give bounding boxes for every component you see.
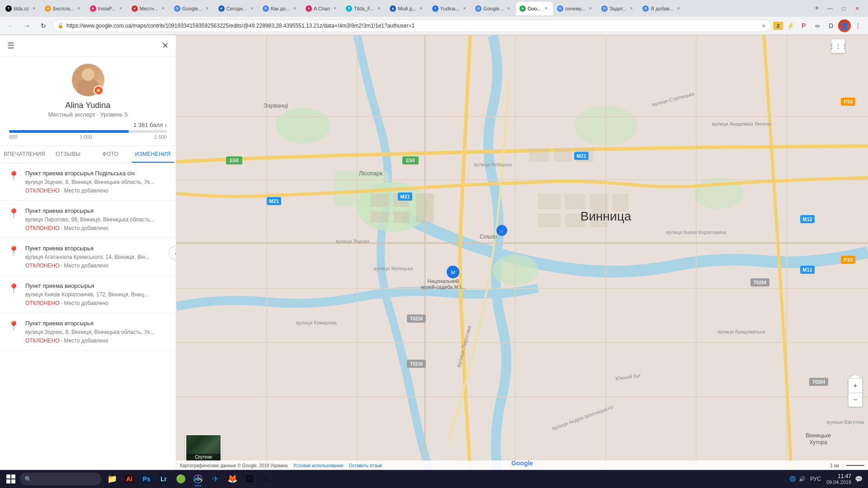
time-display: 11:47	[826, 473, 851, 479]
volume-icon[interactable]: 🔊	[799, 476, 806, 482]
list-item-2[interactable]: 📍 Пункт приема вторсырья вулиця Агатанге…	[0, 238, 176, 276]
tab-label-13: Goo...	[528, 6, 541, 11]
browser-tab-11[interactable]: fYudina...×	[429, 2, 472, 15]
taskbar-photoshop[interactable]: Ps	[138, 471, 155, 487]
tab-close-4[interactable]: ×	[160, 5, 166, 12]
browser-tab-7[interactable]: GКак до...×	[259, 2, 302, 15]
taskbar-lightroom[interactable]: Lr	[156, 471, 172, 487]
new-tab-button[interactable]: +	[811, 2, 823, 15]
zoom-in-button[interactable]: +	[848, 378, 863, 393]
feedback-link[interactable]: Оставить отзыв	[349, 463, 382, 468]
tab-close-13[interactable]: ×	[543, 5, 549, 12]
browser-tab-10[interactable]: ▲Мой д...×	[386, 2, 428, 15]
start-button[interactable]	[3, 471, 19, 487]
taskbar-clock[interactable]: 11:47 09.04.2019	[826, 473, 851, 485]
tab-close-10[interactable]: ×	[418, 5, 425, 12]
tab-close-12[interactable]: ×	[505, 5, 512, 12]
tab-close-9[interactable]: ×	[376, 5, 382, 12]
browser-tab-4[interactable]: ●Местн...×	[128, 2, 170, 15]
notification-icon[interactable]: 💬	[855, 475, 863, 483]
tab-close-1[interactable]: ×	[31, 5, 37, 12]
more-options-icon[interactable]: ⋮	[852, 19, 864, 32]
taskbar-photos[interactable]: 🖼	[241, 471, 258, 487]
svg-rect-0	[176, 35, 868, 470]
terms-link[interactable]: Условия использования	[293, 463, 343, 468]
tab-label-3: InstaP...	[98, 6, 116, 11]
svg-text:🛒: 🛒	[500, 229, 505, 234]
browser-tab-13[interactable]: ●Goo...×	[516, 2, 553, 15]
address-bar[interactable]: 🔒 https://www.google.com.ua/maps/contrib…	[52, 19, 771, 32]
sidebar-tab-photos[interactable]: ФОТО	[90, 146, 132, 163]
taskbar-chrome[interactable]	[190, 471, 206, 487]
apps-grid-button[interactable]: ⋮⋮⋮	[831, 39, 845, 53]
sidebar-tab-impressions[interactable]: ВПЕЧАТЛЕНИЯ	[2, 146, 47, 163]
taskbar-illustrator[interactable]: Ai	[121, 471, 137, 487]
browser-tab-14[interactable]: Gпочему...×	[553, 2, 597, 15]
tab-close-16[interactable]: ×	[675, 5, 682, 12]
close-sidebar-icon[interactable]: ✕	[162, 41, 169, 51]
list-item-status-0: ОТКЛОНЕНО · Место добавлено	[25, 188, 169, 194]
zoom-out-button[interactable]: −	[848, 393, 863, 407]
browser-tab-3[interactable]: ●InstaP...×	[86, 2, 127, 15]
user-avatar[interactable]: 👤	[838, 19, 851, 32]
minimize-button[interactable]: —	[824, 2, 836, 15]
reload-button[interactable]: ↻	[36, 19, 51, 33]
svg-text:вулиця Комарова: вулиця Комарова	[296, 320, 337, 325]
list-item-content-0: Пункт приема вторсырья Подільська січ ву…	[25, 169, 169, 194]
taskbar-telegram[interactable]: ✈	[207, 471, 223, 487]
tab-label-6: Сегодн...	[226, 6, 247, 11]
tab-close-8[interactable]: ×	[332, 5, 338, 12]
tab-favicon-15: G	[601, 5, 608, 12]
tab-close-14[interactable]: ×	[587, 5, 594, 12]
list-item-3[interactable]: 📍 Пункт приема виорсырья вулиця Князів К…	[0, 276, 176, 313]
map-area[interactable]: E50 E50 M21 M21 M21 M12 M12 P33 P33 T020…	[176, 35, 868, 470]
taskbar-steam[interactable]: ♨	[259, 471, 275, 487]
tab-close-11[interactable]: ×	[461, 5, 467, 12]
close-button[interactable]: ✕	[851, 2, 863, 15]
taskbar-explorer[interactable]: 📁	[104, 471, 120, 487]
svg-text:вулиця Князя Коріатовича: вулиця Князя Коріатовича	[666, 230, 726, 235]
svg-text:вулиця Академіка Янгеля: вулиця Академіка Янгеля	[712, 121, 771, 127]
svg-text:Сільпо: Сільпо	[480, 234, 497, 240]
browser-tab-15[interactable]: GЗадат...×	[598, 2, 638, 15]
menu-icon[interactable]: ☰	[7, 41, 14, 51]
satellite-label: Спутник	[186, 454, 221, 460]
language-indicator[interactable]: РУС	[808, 475, 823, 483]
browser-tab-6[interactable]: ●Сегодн...×	[215, 2, 259, 15]
browser-tab-5[interactable]: GGoogle...×	[170, 2, 214, 15]
tab-close-15[interactable]: ×	[628, 5, 635, 12]
tab-close-7[interactable]: ×	[292, 5, 298, 12]
forward-button[interactable]: →	[20, 19, 34, 33]
progress-bar-fill	[9, 130, 129, 133]
svg-rect-26	[565, 193, 585, 209]
location-icon-3: 📍	[7, 282, 20, 295]
browser-tab-12[interactable]: GGoogle...×	[472, 2, 515, 15]
browser-tab-8[interactable]: ●A Chan×	[302, 2, 342, 15]
plugin-icon[interactable]: D	[825, 19, 837, 32]
link-icon[interactable]: ∞	[811, 19, 824, 32]
list-item-4[interactable]: 📍 Пункт приема вторсырья вулиця Зодчих, …	[0, 313, 176, 351]
tab-close-6[interactable]: ×	[249, 5, 255, 12]
list-item-1[interactable]: 📍 Пункт приема вторсырья вулиця Пирогова…	[0, 201, 176, 238]
satellite-thumbnail[interactable]: Спутник	[185, 434, 222, 461]
pinterest-icon[interactable]: P	[797, 19, 810, 32]
taskbar-greenapp[interactable]: 🟢	[173, 471, 189, 487]
taskbar-search[interactable]: 🔍	[20, 473, 101, 485]
browser-tab-2[interactable]: ●Беспла...×	[41, 2, 86, 15]
browser-tab-9[interactable]: TTilda_F...×	[342, 2, 386, 15]
tab-close-5[interactable]: ×	[204, 5, 211, 12]
tab-close-2[interactable]: ×	[76, 5, 82, 12]
browser-tab-1[interactable]: Ttilda.cc×	[2, 2, 41, 15]
browser-tab-16[interactable]: GЯ добав...×	[639, 2, 685, 15]
taskbar-firefox[interactable]: 🦊	[224, 471, 241, 487]
list-item-0[interactable]: 📍 Пункт приема вторсырья Подільська січ …	[0, 163, 176, 201]
maximize-button[interactable]: □	[837, 2, 850, 15]
network-icon[interactable]: 🌐	[789, 476, 796, 482]
extensions-icon[interactable]: 2	[773, 22, 783, 30]
tab-close-3[interactable]: ×	[118, 5, 124, 12]
back-button[interactable]: ←	[4, 19, 18, 33]
svg-text:Винница: Винница	[580, 209, 632, 223]
sidebar-tab-changes[interactable]: ИЗМЕНЕНИЯ	[132, 146, 174, 163]
bookmark-icon[interactable]: ⚡	[784, 19, 797, 32]
sidebar-tab-reviews[interactable]: ОТЗЫВЫ	[47, 146, 90, 163]
